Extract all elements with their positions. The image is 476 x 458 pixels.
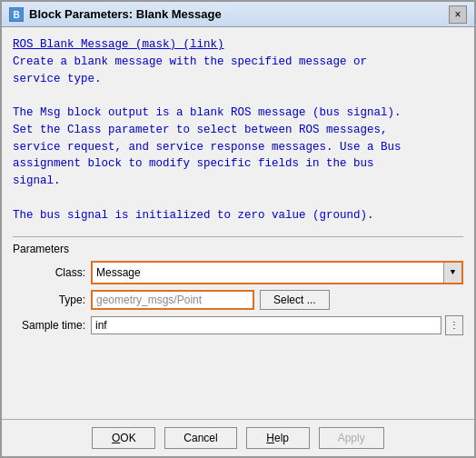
dialog-window: B Block Parameters: Blank Message × ROS … — [0, 0, 476, 458]
desc-line8: signal. — [13, 173, 463, 190]
class-label: Class: — [13, 266, 85, 279]
desc-line6: service request, and service response me… — [13, 139, 463, 156]
dialog-title: Block Parameters: Blank Message — [29, 7, 222, 21]
help-label: elp — [274, 432, 289, 444]
sample-input[interactable] — [91, 316, 441, 334]
title-bar-left: B Block Parameters: Blank Message — [9, 7, 222, 22]
ok-label: OK — [120, 432, 135, 444]
class-input-wrapper: ▼ — [91, 261, 463, 284]
desc-line4: The Msg block output is a blank ROS mess… — [13, 105, 463, 122]
type-input-wrapper: Select ... — [91, 290, 463, 310]
select-button[interactable]: Select ... — [260, 290, 330, 310]
sample-row: Sample time: ⋮ — [13, 315, 463, 335]
apply-button[interactable]: Apply — [319, 427, 384, 449]
desc-line9: The bus signal is initialized to zero va… — [13, 207, 463, 224]
svg-text:B: B — [13, 10, 19, 20]
title-icon: B — [9, 7, 24, 22]
class-input[interactable] — [93, 264, 443, 281]
help-button[interactable]: Help — [246, 427, 310, 449]
ok-underline: O — [112, 432, 120, 444]
dialog-content: ROS Blank Message (mask) (link) Create a… — [2, 27, 474, 419]
help-underline: H — [266, 432, 274, 444]
type-input[interactable] — [91, 290, 254, 310]
desc-line5: Set the Class parameter to select betwee… — [13, 122, 463, 139]
ok-button[interactable]: OOK — [92, 427, 155, 449]
class-dropdown[interactable]: ▼ — [91, 261, 463, 284]
cancel-button[interactable]: Cancel — [164, 427, 236, 449]
sample-input-wrapper: ⋮ — [91, 315, 463, 335]
params-label: Parameters — [13, 243, 463, 255]
desc-line3: service type. — [13, 71, 463, 88]
close-button[interactable]: × — [449, 5, 467, 24]
button-bar: OOK Cancel Help Apply — [2, 419, 474, 456]
desc-line7: assignment block to modify specific fiel… — [13, 155, 463, 173]
desc-line1: ROS Blank Message (mask) (link) — [13, 36, 463, 54]
title-bar: B Block Parameters: Blank Message × — [2, 2, 474, 27]
desc-line2: Create a blank message with the specifie… — [13, 54, 463, 71]
class-row: Class: ▼ — [13, 261, 463, 284]
type-row: Type: Select ... — [13, 290, 463, 310]
dropdown-arrow-icon[interactable]: ▼ — [443, 263, 461, 283]
separator — [13, 236, 463, 237]
type-label: Type: — [13, 294, 85, 306]
sample-menu-icon[interactable]: ⋮ — [445, 315, 463, 335]
sample-label: Sample time: — [13, 319, 85, 332]
description-block: ROS Blank Message (mask) (link) Create a… — [13, 36, 463, 224]
